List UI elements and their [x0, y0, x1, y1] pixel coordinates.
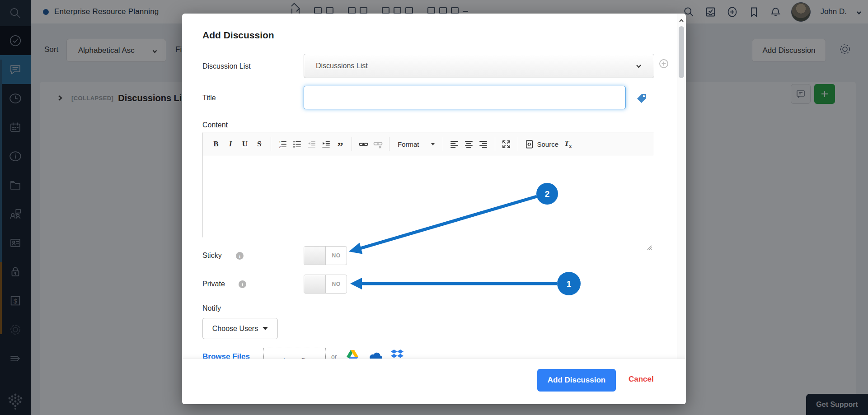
discussion-list-label: Discussion List: [202, 62, 251, 70]
choose-users-button[interactable]: Choose Users: [202, 318, 278, 339]
info-icon[interactable]: i: [239, 280, 246, 288]
align-center-button[interactable]: [462, 137, 476, 151]
editor-content-area[interactable]: [203, 157, 654, 236]
toolbar-separator: [352, 137, 352, 151]
info-icon[interactable]: i: [236, 252, 244, 260]
bold-button[interactable]: B: [209, 137, 223, 151]
caret-down-icon: [431, 143, 435, 145]
title-input[interactable]: [304, 86, 626, 109]
toolbar-separator: [518, 137, 518, 151]
resize-handle-icon[interactable]: [647, 244, 652, 249]
scroll-up-icon[interactable]: [679, 17, 684, 23]
add-discussion-submit-button[interactable]: Add Discussion: [537, 369, 616, 392]
caret-down-icon: [263, 327, 268, 330]
toggle-knob: [304, 275, 326, 293]
svg-text:2: 2: [279, 145, 281, 149]
private-toggle[interactable]: NO: [304, 275, 347, 294]
tag-icon[interactable]: [635, 92, 648, 105]
discussion-list-value: Discussions List: [316, 62, 368, 70]
toggle-state: NO: [326, 275, 347, 293]
editor-toolbar: BIUS12”FormatSourceTx: [203, 132, 654, 156]
private-label: Private: [202, 280, 225, 288]
format-dropdown-label: Format: [398, 140, 419, 148]
toggle-knob: [304, 247, 326, 265]
discussion-list-select[interactable]: Discussions List: [304, 54, 654, 78]
unlink-button[interactable]: [371, 137, 385, 151]
align-left-button[interactable]: [448, 137, 461, 151]
svg-text:1: 1: [279, 140, 281, 143]
notify-label: Notify: [202, 304, 221, 312]
link-button[interactable]: [357, 137, 370, 151]
ul-button[interactable]: [290, 137, 304, 151]
source-button-label: Source: [537, 140, 559, 148]
toolbar-separator: [271, 137, 271, 151]
toolbar-separator: [495, 137, 495, 151]
sticky-label: Sticky: [202, 252, 222, 260]
modal-title: Add Discussion: [202, 30, 274, 41]
toggle-state: NO: [326, 247, 347, 265]
quote-button[interactable]: ”: [333, 137, 347, 151]
removeformat-button[interactable]: Tx: [561, 137, 575, 151]
content-label: Content: [202, 121, 228, 129]
sticky-toggle[interactable]: NO: [304, 246, 347, 265]
editor-status-bar: [203, 236, 654, 251]
indent-button[interactable]: [319, 137, 333, 151]
rich-text-editor: BIUS12”FormatSourceTx: [202, 132, 654, 238]
title-label: Title: [202, 94, 216, 102]
italic-button[interactable]: I: [224, 137, 237, 151]
scrollbar-thumb[interactable]: [679, 26, 684, 78]
align-right-button[interactable]: [477, 137, 490, 151]
underline-button[interactable]: U: [238, 137, 252, 151]
maximize-button[interactable]: [500, 137, 513, 151]
outdent-button[interactable]: [305, 137, 318, 151]
toolbar-separator: [389, 137, 389, 151]
format-dropdown[interactable]: Format: [394, 137, 438, 151]
ol-button[interactable]: 12: [276, 137, 289, 151]
source-button[interactable]: Source: [523, 137, 561, 151]
modal-scrollbar[interactable]: [677, 14, 685, 359]
add-list-icon[interactable]: [659, 59, 669, 69]
modal-footer: Add Discussion Cancel: [182, 359, 686, 404]
screen: Enterprise Resource Planning John D.: [0, 0, 868, 415]
chevron-down-icon: [635, 63, 642, 70]
strike-button[interactable]: S: [253, 137, 266, 151]
cancel-button[interactable]: Cancel: [629, 375, 654, 384]
add-discussion-modal: Add Discussion Discussion List Discussio…: [182, 14, 686, 404]
toolbar-separator: [443, 137, 443, 151]
